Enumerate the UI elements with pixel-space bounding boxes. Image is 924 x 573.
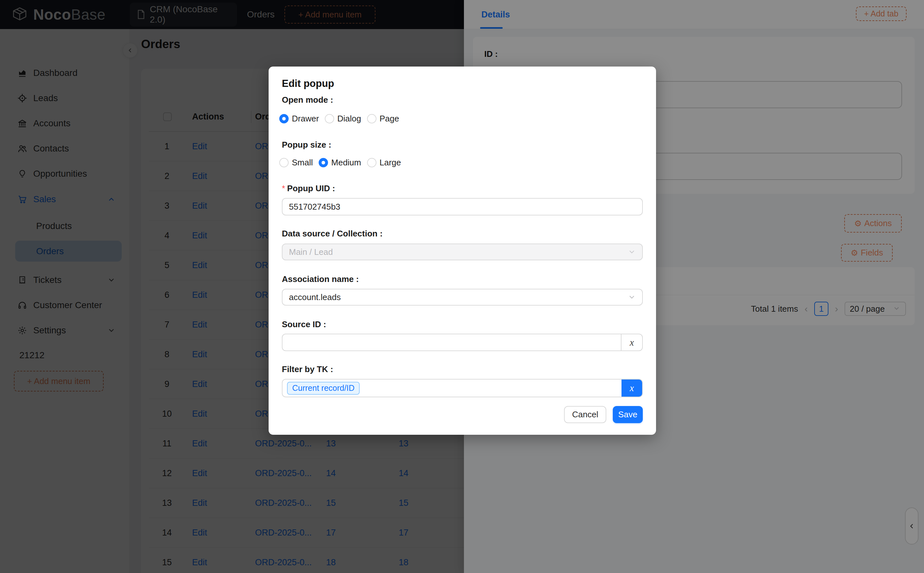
source-id-label: Source ID : bbox=[282, 319, 326, 329]
radio-option-large[interactable]: Large bbox=[367, 158, 401, 168]
edit-popup-modal: Edit popup Open mode : Drawer Dialog Pag… bbox=[268, 67, 656, 435]
radio-selected-icon bbox=[318, 158, 328, 167]
radio-icon bbox=[325, 114, 334, 124]
popup-size-label: Popup size : bbox=[282, 140, 331, 150]
popup-size-radio-group: Small Medium Large bbox=[279, 158, 401, 167]
cancel-button[interactable]: Cancel bbox=[564, 406, 606, 423]
radio-icon bbox=[367, 158, 376, 167]
radio-selected-icon bbox=[279, 114, 289, 124]
popup-uid-label: *Popup UID : bbox=[282, 183, 335, 194]
association-name-label: Association name : bbox=[282, 274, 359, 284]
radio-label: Drawer bbox=[292, 114, 319, 124]
data-source-value: Main / Lead bbox=[289, 247, 333, 257]
filter-by-tk-input-group: Current record/ID x bbox=[282, 379, 643, 397]
radio-icon bbox=[279, 158, 289, 167]
radio-option-dialog[interactable]: Dialog bbox=[325, 114, 361, 124]
radio-label: Dialog bbox=[337, 114, 361, 124]
current-record-tag[interactable]: Current record/ID bbox=[287, 382, 360, 395]
popup-uid-label-text: Popup UID : bbox=[287, 183, 335, 193]
radio-label: Small bbox=[292, 158, 313, 168]
radio-label: Medium bbox=[331, 158, 361, 168]
source-id-input[interactable] bbox=[283, 334, 621, 351]
open-mode-label: Open mode : bbox=[282, 95, 333, 105]
radio-option-medium[interactable]: Medium bbox=[318, 158, 361, 168]
modal-title: Edit popup bbox=[282, 78, 334, 89]
open-mode-radio-group: Drawer Dialog Page bbox=[279, 114, 399, 124]
source-id-input-group: x bbox=[282, 333, 643, 351]
variable-x-icon: x bbox=[630, 337, 634, 348]
filter-by-tk-input[interactable]: Current record/ID bbox=[283, 379, 621, 397]
radio-icon bbox=[367, 114, 376, 124]
filter-by-tk-label: Filter by TK : bbox=[282, 364, 333, 374]
radio-label: Large bbox=[380, 158, 401, 168]
chevron-down-icon bbox=[628, 248, 636, 256]
chevron-down-icon bbox=[628, 293, 636, 301]
nocobase-app: NocoBase CRM (NocoBase 2.0) Orders + Add… bbox=[0, 0, 924, 573]
variable-button[interactable]: x bbox=[621, 334, 642, 351]
save-button[interactable]: Save bbox=[613, 406, 643, 423]
data-source-select: Main / Lead bbox=[282, 244, 643, 260]
required-asterisk: * bbox=[282, 183, 285, 193]
data-source-label: Data source / Collection : bbox=[282, 229, 382, 239]
radio-option-page[interactable]: Page bbox=[367, 114, 400, 124]
radio-option-drawer[interactable]: Drawer bbox=[279, 114, 319, 124]
popup-uid-input[interactable]: 551702745b3 bbox=[282, 198, 643, 215]
radio-option-small[interactable]: Small bbox=[279, 158, 313, 168]
radio-label: Page bbox=[380, 114, 400, 124]
association-name-value: account.leads bbox=[289, 292, 340, 302]
association-name-select[interactable]: account.leads bbox=[282, 289, 643, 305]
variable-x-icon: x bbox=[630, 383, 634, 393]
variable-button-active[interactable]: x bbox=[621, 379, 642, 397]
